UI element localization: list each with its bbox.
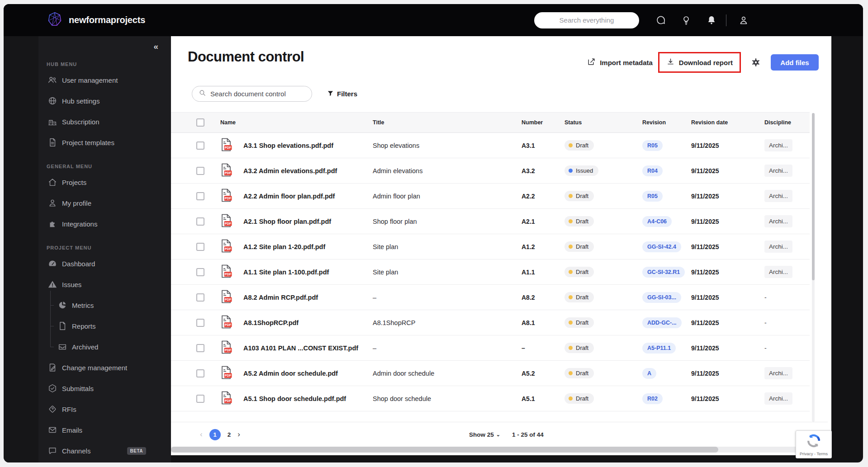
table-row[interactable]: PDF A2.2 Admin floor plan.pdf.pdf Admin … [171, 184, 810, 209]
table-row[interactable]: PDF A103 A101 PLAN ...CONST EXIST.pdf – … [171, 335, 810, 361]
page-1-button[interactable]: 1 [209, 429, 221, 440]
revision-badge[interactable]: R05 [642, 140, 663, 151]
pagination-info: Show 25 ⌄ 1 - 25 of 44 [469, 422, 544, 447]
table-row[interactable]: PDF A3.1 Shop elevations.pdf.pdf Shop el… [171, 133, 810, 158]
sidebar-item-channels[interactable]: Channels BETA [38, 440, 171, 461]
col-name: Name [220, 119, 373, 126]
row-checkbox[interactable] [196, 293, 204, 302]
search-everything-input[interactable] [534, 12, 639, 28]
table-row[interactable]: PDF A1.1 Site plan 1-100.pdf.pdf Site pl… [171, 259, 810, 285]
status-dot [569, 396, 573, 401]
sidebar-item-rfis[interactable]: RFIs [38, 399, 171, 420]
settings-gear-icon[interactable] [751, 57, 761, 67]
chat-icon[interactable] [655, 15, 666, 26]
vertical-scrollbar-thumb[interactable] [812, 113, 815, 280]
discipline-value: - [764, 344, 810, 352]
sidebar-item-hub-settings[interactable]: Hub settings [38, 90, 171, 111]
sidebar-item-emails[interactable]: Emails [38, 420, 171, 440]
sidebar-item-submittals[interactable]: Submittals [38, 378, 171, 399]
sidebar-item-subscription[interactable]: Subscription [38, 111, 171, 132]
main-panel: Document control Import metadata [171, 36, 831, 455]
sidebar-item-change-management[interactable]: Change management [38, 357, 171, 378]
revision-badge[interactable]: GG-SI-42.4 [642, 241, 681, 252]
sidebar-item-archived[interactable]: Archived [50, 336, 171, 357]
discipline-value: Archi... [764, 392, 792, 405]
doc-title: – [373, 344, 522, 352]
sidebar-item-dashboard[interactable]: Dashboard [38, 253, 171, 274]
row-checkbox[interactable] [196, 217, 204, 226]
sidebar-item-my-profile[interactable]: My profile [38, 193, 171, 213]
revision-badge[interactable]: GG-SI-03... [642, 292, 681, 303]
show-per-page-select[interactable]: Show 25 ⌄ [469, 431, 500, 438]
row-checkbox[interactable] [196, 243, 204, 251]
sidebar-item-projects[interactable]: Projects [38, 172, 171, 193]
status-badge: Draft [564, 267, 594, 277]
svg-text:PDF: PDF [225, 196, 232, 200]
recaptcha-privacy-terms: Privacy - Terms [800, 452, 828, 456]
name-cell: PDF A5.2 Admin door schedule.pdf [220, 366, 373, 381]
revision-badge[interactable]: R04 [642, 165, 663, 176]
table-footer: ‹ 1 2 › Show 25 ⌄ 1 - 25 of 44 [171, 422, 828, 447]
doc-number: A1.1 [522, 269, 564, 276]
filters-button[interactable]: Filters [327, 90, 357, 98]
recaptcha-logo-icon [806, 433, 821, 450]
table-row[interactable]: PDF A5.1 Shop door schedule.pdf.pdf Shop… [171, 386, 810, 411]
horizontal-scrollbar-thumb[interactable] [171, 447, 718, 453]
status-badge: Draft [564, 368, 594, 378]
revision-badge[interactable]: ADD-GC-... [642, 317, 682, 328]
lightbulb-icon[interactable] [681, 15, 692, 26]
revision-badge[interactable]: A [642, 368, 656, 379]
row-checkbox[interactable] [196, 395, 204, 403]
row-checkbox[interactable] [196, 319, 204, 327]
notifications-bell-icon[interactable] [706, 15, 717, 26]
table-row[interactable]: PDF A5.2 Admin door schedule.pdf Admin d… [171, 361, 810, 386]
revision-badge[interactable]: R05 [642, 191, 663, 202]
doc-title: Admin elevations [373, 167, 522, 175]
revision-badge[interactable]: A4-C06 [642, 216, 672, 227]
sidebar-item-project-templates[interactable]: Project templates [38, 132, 171, 153]
sidebar-item-issues[interactable]: Issues [38, 274, 171, 295]
sidebar-section-general-menu: GENERAL MENU [47, 161, 171, 172]
table-row[interactable]: PDF A2.1 Shop floor plan.pdf.pdf Shop fl… [171, 209, 810, 234]
sidebar-item-reports[interactable]: Reports [50, 316, 171, 336]
table-row[interactable]: PDF A8.1ShopRCP.pdf A8.1ShopRCP A8.1 Dra… [171, 310, 810, 335]
sidebar-item-integrations[interactable]: Integrations [38, 213, 171, 234]
status-dot [569, 169, 573, 173]
download-icon [666, 57, 675, 67]
row-checkbox[interactable] [196, 192, 204, 200]
revision-date: 9/11/2025 [691, 370, 764, 377]
discipline-value: Archi... [764, 215, 792, 227]
sidebar-item-metrics[interactable]: Metrics [50, 295, 171, 316]
account-user-icon[interactable] [738, 15, 749, 26]
row-checkbox[interactable] [196, 167, 204, 175]
sidebar-collapse-icon[interactable]: « [153, 42, 157, 52]
row-checkbox[interactable] [196, 142, 204, 150]
row-checkbox[interactable] [196, 268, 204, 276]
prev-page-chevron-icon[interactable]: ‹ [200, 430, 203, 439]
search-document-input[interactable] [210, 90, 305, 98]
page-2-button[interactable]: 2 [228, 431, 231, 438]
revision-badge[interactable]: A5-P11.1 [642, 343, 676, 354]
import-metadata-button[interactable]: Import metadata [587, 57, 653, 67]
name-cell: PDF A103 A101 PLAN ...CONST EXIST.pdf [220, 340, 373, 356]
file-name: A3.2 Admin elevations.pdf.pdf [243, 167, 337, 175]
table-row[interactable]: PDF A1.2 Site plan 1-20.pdf.pdf Site pla… [171, 234, 810, 259]
revision-badge[interactable]: R02 [642, 393, 663, 404]
table-row[interactable]: PDF A3.2 Admin elevations.pdf.pdf Admin … [171, 158, 810, 184]
svg-text:PDF: PDF [225, 171, 232, 175]
pdf-file-icon: PDF [220, 239, 232, 255]
row-checkbox[interactable] [196, 369, 204, 377]
select-all-checkbox[interactable] [196, 118, 204, 127]
sidebar-item-label: My profile [62, 199, 91, 207]
sidebar-item-user-management[interactable]: User management [38, 70, 171, 90]
svg-text:PDF: PDF [225, 373, 232, 377]
row-checkbox[interactable] [196, 344, 204, 352]
recaptcha-badge[interactable]: Privacy - Terms [796, 430, 832, 458]
archive-icon [57, 342, 67, 352]
revision-badge[interactable]: GC-SI-32.R1 [642, 267, 685, 278]
add-files-button[interactable]: Add files [771, 54, 819, 71]
table-row[interactable]: PDF A8.2 Admin RCP.pdf.pdf – A8.2 Draft [171, 285, 810, 310]
download-report-button[interactable]: Download report [666, 57, 733, 67]
next-page-chevron-icon[interactable]: › [237, 430, 240, 439]
pdf-file-icon: PDF [220, 214, 232, 229]
